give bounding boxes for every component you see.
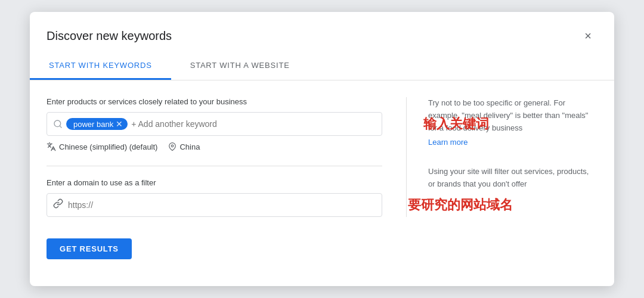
domain-section: Enter a domain to use as a filter 要研究的网站… [47,178,382,217]
keyword-input-container[interactable]: power bank ✕ 输入关键词 [47,112,382,136]
translate-icon [47,142,56,151]
right-bottom-text: Using your site will filter out services… [428,166,597,191]
svg-line-1 [60,126,61,128]
dialog-body: Enter products or services closely relat… [30,80,614,231]
keyword-chip: power bank ✕ [66,118,128,130]
keyword-section: Enter products or services closely relat… [47,97,382,151]
tab-bar: START WITH KEYWORDS START WITH A WEBSITE [30,52,614,80]
close-button[interactable]: × [578,26,597,45]
location-icon [168,142,177,151]
section-divider [47,166,382,166]
dialog-title: Discover new keywords [47,29,172,43]
language-text: Chinese (simplified) (default) [59,142,157,151]
link-icon [53,198,63,212]
location-text: China [179,142,200,151]
location-selector[interactable]: China [168,142,200,151]
dialog-header: Discover new keywords × [30,12,614,45]
domain-input-container[interactable]: 要研究的网站域名 [47,193,382,217]
discover-keywords-dialog: Discover new keywords × START WITH KEYWO… [30,12,614,286]
learn-more-link[interactable]: Learn more [428,136,467,149]
language-selector[interactable]: Chinese (simplified) (default) [47,142,157,151]
tab-website[interactable]: START WITH A WEBSITE [171,52,309,80]
search-icon [53,119,63,129]
language-row: Chinese (simplified) (default) China [47,142,382,151]
keyword-annotation: 输入关键词 [423,115,489,133]
domain-section-label: Enter a domain to use as a filter [47,178,382,187]
keyword-section-label: Enter products or services closely relat… [47,97,382,106]
get-results-button[interactable]: GET RESULTS [47,238,132,259]
domain-annotation: 要研究的网站域名 [408,196,513,214]
chip-close-button[interactable]: ✕ [116,119,123,129]
chip-text: power bank [73,120,113,129]
keyword-input[interactable] [131,119,376,129]
dialog-footer: GET RESULTS [30,231,614,274]
domain-tip-text: Using your site will filter out services… [428,166,597,191]
tab-keywords[interactable]: START WITH KEYWORDS [30,52,171,80]
domain-input[interactable] [68,200,376,210]
left-panel: Enter products or services closely relat… [47,97,407,217]
svg-point-2 [172,145,174,147]
